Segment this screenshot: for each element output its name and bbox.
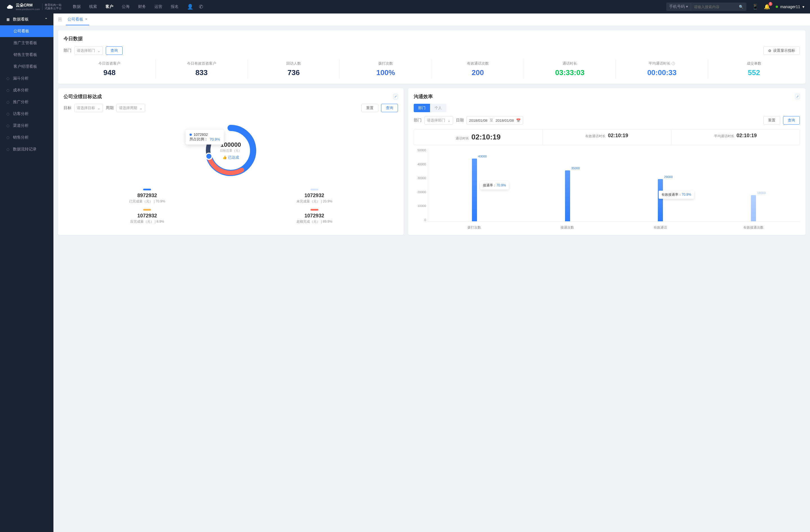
thumb-icon: 👍 [223, 155, 227, 160]
goal-cycle-select[interactable]: 请选择周期⌄ [116, 104, 145, 112]
stats-cell: 平均通话时长02:10:19 [671, 129, 799, 145]
metric: 通话时长03:33:03 [524, 59, 616, 79]
brand-sub: www.yunduocrm.com [16, 8, 40, 11]
close-icon[interactable]: ✕ [85, 17, 87, 21]
filter-icon: ◌ [6, 77, 10, 80]
comm-card: 沟通效率 ⤢ 部门个人 部门 请选择部门⌄ 日期 2018/01/08至2018… [408, 88, 806, 235]
status-dot [776, 6, 778, 8]
metric: 成交单数552 [708, 59, 800, 79]
phone-icon[interactable]: ✆ [199, 4, 203, 10]
metric: 今日首咨客户948 [64, 59, 156, 79]
sidebar-sub[interactable]: 推广主管看板 [0, 37, 53, 49]
bell-icon[interactable]: 🔔5 [764, 4, 770, 10]
sidebar-sub[interactable]: 客户经理看板 [0, 61, 53, 72]
donut-chart: 100000 目标总量（元） 👍已达成 1072932 所占比例：70.9% [197, 117, 264, 184]
comm-date-range[interactable]: 2018/01/08至2018/01/08📅 [467, 116, 523, 124]
sidebar-item[interactable]: ◌数据流转记录 [0, 144, 53, 155]
sidebar-item[interactable]: ◌访客分析 [0, 108, 53, 120]
topnav-客户[interactable]: 客户 [106, 4, 113, 9]
legend-item: 1072932应完成量（元） | 8.9% [64, 209, 231, 224]
goal-card: 公司业绩目标达成 ⤢ 目标 请选择目标⌄ 周期 请选择周期⌄ 重置 查询 [58, 88, 404, 235]
toggle-部门[interactable]: 部门 [414, 104, 430, 112]
goal-reset-button[interactable]: 重置 [361, 104, 378, 112]
gear-icon: ⚙ [768, 49, 772, 53]
tab-company-dashboard[interactable]: 公司看板 ✕ [66, 14, 89, 25]
logo: 云朵CRM www.yunduocrm.com 教育机构一站 式服务云平台 [6, 3, 62, 11]
mobile-icon[interactable]: 📱 [752, 4, 758, 10]
search: 手机号码 ▾ 🔍 [666, 2, 746, 11]
expand-icon[interactable]: ⤢ [795, 94, 800, 99]
chevron-up-icon: ⌃ [45, 17, 48, 22]
comm-query-button[interactable]: 查询 [783, 116, 800, 124]
today-card: 今日数据 部门 请选择部门⌄ 查询 ⚙设置显示指标 今日首咨客户948今日有效首… [58, 30, 806, 84]
expand-icon[interactable]: ⤢ [393, 94, 398, 99]
today-query-button[interactable]: 查询 [106, 46, 123, 55]
tabs-menu-icon[interactable]: ☴ [58, 17, 62, 22]
sidebar-item[interactable]: ◌推广分析 [0, 96, 53, 108]
sidebar-group-dashboard[interactable]: ▦数据看板 ⌃ [0, 14, 53, 25]
brand: 云朵CRM [16, 3, 40, 8]
today-settings-button[interactable]: ⚙设置显示指标 [763, 46, 800, 55]
topnav-数据[interactable]: 数据 [73, 4, 81, 9]
add-user-icon[interactable]: 👤 [187, 4, 193, 10]
info-icon: ? [671, 62, 675, 65]
topnav-财务[interactable]: 财务 [138, 4, 146, 9]
goal-query-button[interactable]: 查询 [381, 104, 398, 112]
metric: 平均通话时长?00:00:33 [616, 59, 708, 79]
today-title: 今日数据 [64, 35, 800, 42]
metric: 有效通话次数200 [432, 59, 524, 79]
stats-cell: 有效通话时长02:10:19 [542, 129, 671, 145]
metric: 拨打次数100% [340, 59, 432, 79]
topnav-运营[interactable]: 运营 [155, 4, 162, 9]
legend-item: 1072932未完成量（元） | 20.9% [231, 189, 398, 204]
search-type-select[interactable]: 手机号码 ▾ [666, 2, 691, 11]
comm-dept-select[interactable]: 请选择部门⌄ [424, 116, 453, 124]
search-button[interactable]: 🔍 [736, 3, 746, 11]
topnav-线索[interactable]: 线索 [89, 4, 97, 9]
sidebar-sub[interactable]: 销售主管看板 [0, 49, 53, 61]
graph-icon: ◌ [6, 124, 10, 128]
user-menu[interactable]: manager11 ▾ [776, 4, 804, 9]
today-dept-select[interactable]: 请选择部门⌄ [74, 46, 103, 55]
search-input[interactable] [691, 3, 736, 11]
list-icon: ◌ [6, 147, 10, 151]
sidebar-sub[interactable]: 公司看板 [0, 25, 53, 37]
donut-tooltip: 1072932 所占比例：70.9% [185, 130, 224, 145]
sidebar-item[interactable]: ◌漏斗分析 [0, 72, 53, 84]
goal-target-select[interactable]: 请选择目标⌄ [74, 104, 103, 112]
sidebar-item[interactable]: ◌成本分析 [0, 84, 53, 96]
sidebar-item[interactable]: ◌销售分析 [0, 132, 53, 144]
dashboard-icon: ▦ [6, 17, 10, 21]
clock-icon: ◌ [6, 88, 10, 92]
headset-icon: ◌ [6, 112, 10, 116]
calendar-icon: 📅 [516, 118, 521, 122]
toggle-个人[interactable]: 个人 [430, 104, 446, 112]
comm-reset-button[interactable]: 重置 [763, 116, 780, 124]
metric: 今日有效首咨客户833 [156, 59, 247, 79]
stats-cell: 通话时长02:10:19 [414, 129, 542, 145]
legend-item: 1072932超额完成（元） | 89.9% [231, 209, 398, 224]
bar-chart: 50000400003000020000100000 4300035000290… [414, 148, 800, 230]
metric: 回访人数736 [248, 59, 340, 79]
target-icon: ◌ [6, 135, 10, 139]
topnav-报名[interactable]: 报名 [171, 4, 179, 9]
sidebar-item[interactable]: ◌渠道分析 [0, 120, 53, 132]
legend-item: 8972932已完成量（元） | 70.9% [64, 189, 231, 204]
edit-icon: ◌ [6, 100, 10, 104]
topnav-公海[interactable]: 公海 [122, 4, 130, 9]
chevron-down-icon: ⌄ [97, 49, 100, 53]
comm-toggle: 部门个人 [414, 104, 800, 112]
chevron-down-icon: ▾ [803, 4, 804, 9]
